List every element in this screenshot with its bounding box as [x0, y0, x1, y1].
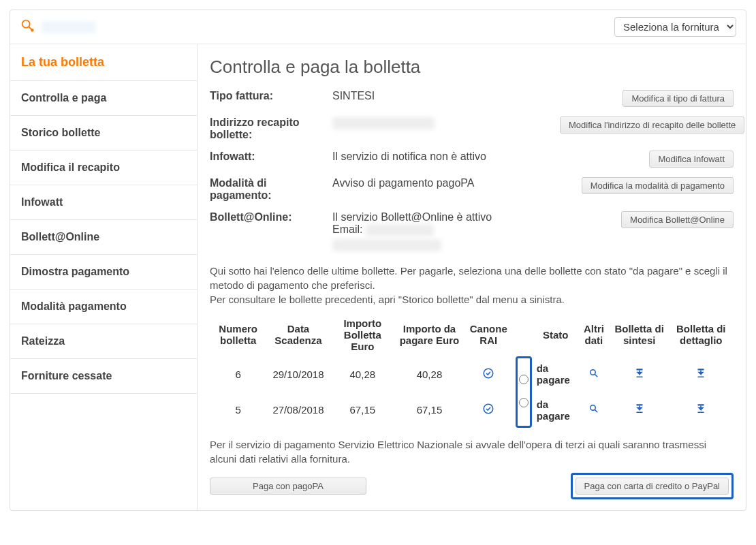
svg-point-0: [22, 20, 30, 27]
value-modalita: Avviso di pagamento pagoPA: [332, 177, 553, 189]
sidebar-item-rateizza[interactable]: Rateizza: [10, 324, 197, 359]
svg-point-11: [590, 405, 596, 411]
download-detail-icon[interactable]: [668, 356, 734, 392]
svg-rect-6: [636, 369, 642, 370]
sidebar-item-modifica-recapito[interactable]: Modifica il recapito: [10, 151, 197, 185]
sidebar-item-forniture-cessate[interactable]: Forniture cessate: [10, 359, 197, 394]
svg-point-2: [31, 29, 33, 31]
cell-stato: da pagare: [534, 356, 578, 392]
modify-payment-method-button[interactable]: Modifica la modalità di pagamento: [582, 177, 734, 194]
value-bollett-online: Il servizio Bollett@Online è attivo Emai…: [332, 211, 553, 251]
select-bill-radio[interactable]: [519, 398, 529, 407]
sidebar-item-la-tua-bolletta[interactable]: La tua bolletta: [10, 44, 197, 81]
th-numero: Numero bolletta: [210, 313, 266, 356]
cell-importo: 40,28: [330, 356, 396, 392]
cell-scadenza: 29/10/2018: [266, 356, 330, 392]
topbar: Seleziona la fornitura: [10, 10, 746, 44]
th-importo: Importo Bolletta Euro: [330, 313, 396, 356]
svg-rect-13: [636, 404, 642, 405]
cell-importo: 67,15: [330, 392, 396, 428]
th-stato: Stato: [534, 313, 578, 356]
value-indirizzo: [332, 116, 553, 129]
svg-point-10: [484, 404, 493, 414]
th-dettaglio: Bolletta di dettaglio: [668, 313, 734, 356]
svg-rect-8: [698, 369, 704, 370]
search-key-icon: [20, 18, 35, 37]
modify-address-button[interactable]: Modifica l'indirizzo di recapito delle b…: [560, 116, 744, 134]
details-icon[interactable]: [578, 356, 610, 392]
th-altri: Altri dati: [578, 313, 610, 356]
supply-select[interactable]: Seleziona la fornitura: [614, 17, 736, 37]
bills-table: Numero bolletta Data Scadenza Importo Bo…: [210, 313, 734, 428]
value-infowatt: Il servizio di notifica non è attivo: [332, 151, 553, 163]
sidebar-item-dimostra-pagamento[interactable]: Dimostra pagamento: [10, 255, 197, 290]
label-modalita: Modalità di pagamento:: [210, 177, 326, 202]
cell-numero: 5: [210, 392, 266, 428]
main-content: Controlla e paga la bolletta Tipo fattur…: [198, 44, 746, 510]
pay-card-highlight: Paga con carta di credito o PayPal: [571, 473, 734, 499]
th-sintesi: Bolletta di sintesi: [610, 313, 669, 356]
sidebar-item-storico-bollette[interactable]: Storico bollette: [10, 116, 197, 151]
label-indirizzo: Indirizzo recapito bollette:: [210, 116, 326, 141]
svg-rect-15: [698, 404, 704, 405]
sidebar-item-controlla-e-paga[interactable]: Controlla e paga: [10, 81, 197, 116]
details-icon[interactable]: [578, 392, 610, 428]
select-bill-radio[interactable]: [519, 375, 529, 384]
sidebar: La tua bolletta Controlla e paga Storico…: [10, 44, 198, 510]
cell-numero: 6: [210, 356, 266, 392]
th-da-pagare: Importo da pagare Euro: [395, 313, 464, 356]
page-title: Controlla e paga la bolletta: [210, 57, 734, 78]
footer-note: Per il servizio di pagamento Servizio El…: [210, 437, 734, 466]
table-row: 5 27/08/2018 67,15 67,15 da pagare: [210, 392, 734, 428]
cell-da-pagare: 40,28: [395, 356, 464, 392]
download-summary-icon[interactable]: [610, 356, 669, 392]
modify-infowatt-button[interactable]: Modifica Infowatt: [649, 151, 734, 168]
sidebar-item-infowatt[interactable]: Infowatt: [10, 185, 197, 220]
cell-stato: da pagare: [534, 392, 578, 428]
pay-pagopa-button[interactable]: Paga con pagoPA: [210, 478, 366, 495]
modify-bollett-online-button[interactable]: Modifica Bollett@Online: [621, 211, 734, 228]
cell-da-pagare: 67,15: [395, 392, 464, 428]
redacted-text: [42, 21, 96, 33]
sidebar-item-bollett-online[interactable]: Bollett@Online: [10, 220, 197, 255]
svg-point-4: [590, 369, 596, 375]
rai-check-icon: [464, 392, 514, 428]
rai-check-icon: [464, 356, 514, 392]
svg-line-5: [595, 374, 597, 377]
status-select-column-highlight: [516, 356, 532, 428]
th-scadenza: Data Scadenza: [266, 313, 330, 356]
label-infowatt: Infowatt:: [210, 151, 326, 163]
table-row: 6 29/10/2018 40,28 40,28 da pagare: [210, 356, 734, 392]
label-bollett-online: Bollett@Online:: [210, 211, 326, 223]
svg-point-3: [484, 369, 493, 378]
pay-card-paypal-button[interactable]: Paga con carta di credito o PayPal: [576, 478, 729, 495]
label-tipo-fattura: Tipo fattura:: [210, 90, 326, 102]
th-rai: Canone RAI: [464, 313, 514, 356]
download-summary-icon[interactable]: [610, 392, 669, 428]
value-tipo-fattura: SINTESI: [332, 90, 553, 102]
svg-line-12: [595, 410, 597, 413]
instructions-text: Qui sotto hai l'elenco delle ultime boll…: [210, 264, 734, 307]
cell-scadenza: 27/08/2018: [266, 392, 330, 428]
sidebar-item-modalita-pagamento[interactable]: Modalità pagamento: [10, 290, 197, 324]
modify-invoice-type-button[interactable]: Modifica il tipo di fattura: [623, 90, 734, 107]
download-detail-icon[interactable]: [668, 392, 734, 428]
